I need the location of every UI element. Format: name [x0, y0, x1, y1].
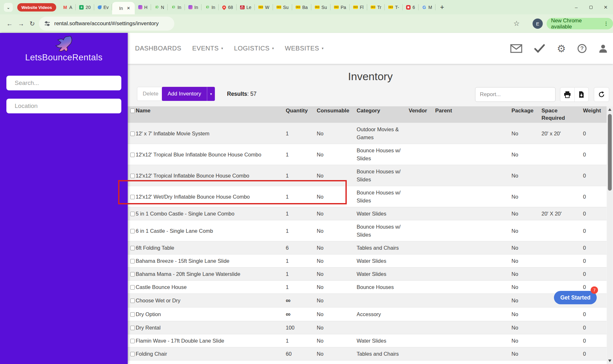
row-checkbox[interactable]: [130, 259, 135, 263]
table-row[interactable]: 12'x12' Tropical Blue Inflatable Bounce …: [128, 144, 607, 165]
browser-tab[interactable]: 68: [219, 0, 237, 14]
row-checkbox[interactable]: [130, 285, 135, 290]
add-inventory-button[interactable]: Add Inventory ▾: [162, 87, 215, 101]
table-row[interactable]: 6ft Folding Table6NoTables and ChairsNo0: [128, 241, 607, 254]
row-checkbox[interactable]: [130, 174, 135, 178]
browser-tab[interactable]: H: [135, 0, 151, 14]
address-bar[interactable]: rental.software/account/#/settings/inven…: [39, 17, 174, 31]
reload-button[interactable]: ↻: [27, 14, 38, 33]
browser-tab[interactable]: GM: [419, 0, 436, 14]
print-button[interactable]: [560, 87, 574, 102]
table-row[interactable]: Bahama Breeze - 15ft Single Lane Slide1N…: [128, 254, 607, 268]
table-scrollbar[interactable]: [607, 106, 613, 364]
item-name[interactable]: Castle Bounce House: [136, 284, 187, 290]
location-input[interactable]: [6, 99, 121, 113]
column-header[interactable]: Parent: [433, 106, 509, 123]
item-name[interactable]: 6 in 1 Castle - Single Lane Comb: [136, 228, 213, 234]
column-header[interactable]: Name: [128, 106, 283, 123]
row-checkbox[interactable]: [130, 352, 135, 356]
nav-item-websites[interactable]: WEBSITES▾: [285, 45, 323, 52]
tab-group-label[interactable]: Website Videos: [17, 3, 56, 11]
browser-tab[interactable]: UNCEW: [255, 0, 273, 14]
table-row[interactable]: Choose Wet or Dry∞NoNo0: [128, 294, 607, 307]
item-name[interactable]: Dry Option: [136, 311, 161, 317]
browser-tab[interactable]: UNCEBa: [292, 0, 311, 14]
browser-tab[interactable]: +20: [76, 0, 94, 14]
browser-tab[interactable]: MA: [59, 0, 76, 14]
browser-tab[interactable]: UNCEFl: [350, 0, 367, 14]
table-row[interactable]: Dry Rental100NoNo0: [128, 321, 607, 334]
delete-button[interactable]: Delete: [137, 87, 164, 101]
export-button[interactable]: [574, 87, 589, 102]
search-input[interactable]: [6, 76, 121, 90]
new-tab-button[interactable]: +: [435, 3, 449, 11]
row-checkbox[interactable]: [130, 339, 135, 343]
browser-tab[interactable]: EN BOULe: [237, 0, 255, 14]
item-name[interactable]: Bahama Mama - 20ft Single Lane Waterslid…: [136, 271, 240, 277]
table-row[interactable]: Dry Option∞NoAccessoryNo0: [128, 307, 607, 321]
row-checkbox[interactable]: [130, 153, 135, 157]
item-name[interactable]: 6ft Folding Table: [136, 245, 174, 251]
back-button[interactable]: ←: [4, 14, 15, 33]
nav-item-logistics[interactable]: LOGISTICS▾: [234, 45, 274, 52]
table-row[interactable]: Folding Chair60NoTables and ChairsNo0: [128, 347, 607, 360]
profile-avatar[interactable]: E: [533, 19, 543, 29]
item-name[interactable]: 12'x12' Tropical Inflatable Bounce House…: [136, 173, 249, 178]
column-header[interactable]: Weight: [580, 106, 607, 123]
item-name[interactable]: Bahama Breeze - 15ft Single Lane Slide: [136, 258, 230, 264]
column-header[interactable]: Vendor: [406, 106, 433, 123]
column-header[interactable]: Space Required: [539, 106, 580, 123]
scroll-down-arrow-icon[interactable]: [608, 360, 611, 362]
tab-close-icon[interactable]: ✕: [127, 6, 130, 11]
browser-tab[interactable]: In: [185, 0, 202, 14]
close-window-button[interactable]: ✕: [598, 0, 613, 14]
scrollbar-thumb[interactable]: [608, 114, 612, 191]
check-icon[interactable]: [534, 44, 545, 53]
table-row[interactable]: Bahama Mama - 20ft Single Lane Waterslid…: [128, 268, 607, 281]
browser-tab[interactable]: iOIn: [168, 0, 185, 14]
browser-tab[interactable]: 6: [403, 0, 419, 14]
item-name[interactable]: 12' x 7' Inflatable Movie System: [136, 131, 209, 136]
mail-icon[interactable]: [510, 44, 522, 53]
browser-tab[interactable]: UNCESu: [311, 0, 330, 14]
table-row[interactable]: Bounce Houses w/ Slides: [128, 360, 607, 364]
column-header[interactable]: Package: [509, 106, 539, 123]
browser-tab[interactable]: UNCET-: [385, 0, 402, 14]
row-checkbox[interactable]: [130, 326, 135, 330]
item-name[interactable]: 5 in 1 Combo Castle - Single Lane Combo: [136, 211, 234, 216]
restore-button[interactable]: [584, 0, 598, 14]
row-checkbox[interactable]: [130, 229, 135, 233]
row-checkbox[interactable]: [130, 299, 135, 303]
row-checkbox[interactable]: [130, 132, 135, 136]
url-text[interactable]: rental.software/account/#/settings/inven…: [54, 20, 159, 27]
nav-item-dashboards[interactable]: DASHBOARDS: [135, 45, 181, 52]
nav-item-events[interactable]: EVENTS▾: [192, 45, 223, 52]
browser-tab[interactable]: UNCEPa: [330, 0, 350, 14]
table-row[interactable]: 6 in 1 Castle - Single Lane Comb1NoBounc…: [128, 220, 607, 241]
user-icon[interactable]: [598, 44, 608, 53]
row-checkbox[interactable]: [130, 272, 135, 277]
gear-icon[interactable]: ⚙: [557, 43, 566, 54]
browser-tab[interactable]: Ev: [94, 0, 112, 14]
scroll-up-arrow-icon[interactable]: [608, 108, 611, 111]
forward-button[interactable]: →: [16, 14, 26, 33]
item-name[interactable]: Folding Chair: [136, 351, 167, 357]
browser-tab-active[interactable]: In✕: [112, 2, 135, 14]
tab-search-button[interactable]: ⌄: [4, 3, 13, 12]
row-checkbox[interactable]: [130, 312, 135, 317]
table-row[interactable]: 5 in 1 Combo Castle - Single Lane Combo1…: [128, 207, 607, 220]
refresh-button[interactable]: [594, 87, 609, 102]
item-name[interactable]: Choose Wet or Dry: [136, 298, 180, 303]
help-icon[interactable]: ?: [578, 44, 587, 53]
bookmark-star-icon[interactable]: ☆: [513, 14, 520, 33]
minimize-button[interactable]: –: [569, 0, 584, 14]
row-checkbox[interactable]: [130, 246, 135, 250]
select-all-checkbox[interactable]: [130, 109, 135, 113]
get-started-button[interactable]: Get Started 7: [554, 291, 597, 304]
browser-tab[interactable]: iON: [151, 0, 168, 14]
column-header[interactable]: Category: [354, 106, 406, 123]
table-row[interactable]: 12' x 7' Inflatable Movie System1NoOutdo…: [128, 123, 607, 144]
site-settings-icon[interactable]: [44, 20, 50, 27]
table-row[interactable]: Flamin Wave - 17ft Double Lane Slide1NoW…: [128, 334, 607, 347]
report-input[interactable]: [475, 87, 556, 102]
